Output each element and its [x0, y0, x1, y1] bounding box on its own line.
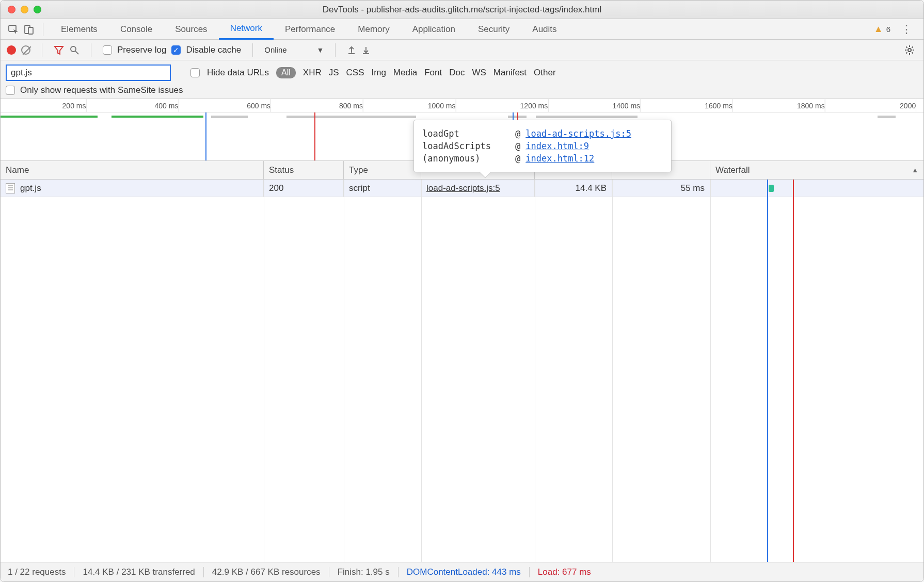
- warnings-badge[interactable]: ▲ 6: [874, 24, 895, 35]
- chevron-down-icon: ▼: [317, 46, 324, 54]
- import-har-icon[interactable]: [347, 45, 356, 55]
- close-window-button[interactable]: [8, 6, 15, 13]
- summary-load: Load: 677 ms: [530, 567, 599, 577]
- timeline-bar: [211, 116, 248, 118]
- window-title: DevTools - publisher-ads-audits.glitch.m…: [7, 5, 917, 15]
- export-har-icon[interactable]: [361, 45, 371, 55]
- th-waterfall[interactable]: Waterfall ▲: [710, 161, 923, 179]
- separator: [91, 43, 91, 57]
- waterfall-bar: [769, 185, 774, 192]
- table-row[interactable]: gpt.js 200 script load-ad-scripts.js:5 1…: [1, 180, 923, 197]
- filter-type-js[interactable]: JS: [329, 68, 339, 78]
- th-type[interactable]: Type: [344, 161, 421, 179]
- tab-memory[interactable]: Memory: [346, 19, 401, 40]
- tab-console[interactable]: Console: [109, 19, 164, 40]
- load-marker: [314, 112, 315, 160]
- preserve-log-checkbox[interactable]: [103, 45, 112, 55]
- titlebar: DevTools - publisher-ads-audits.glitch.m…: [1, 1, 923, 19]
- separator: [43, 23, 43, 36]
- samesite-label: Only show requests with SameSite issues: [20, 85, 183, 95]
- th-status[interactable]: Status: [264, 161, 344, 179]
- timeline-overview[interactable]: 200 ms 400 ms 600 ms 800 ms 1000 ms 1200…: [1, 99, 923, 161]
- stack-fn: loadAdScripts: [422, 141, 510, 151]
- timeline-body[interactable]: loadGpt @ load-ad-scripts.js:5 loadAdScr…: [1, 112, 923, 160]
- dcl-marker: [205, 112, 206, 160]
- inspect-element-icon[interactable]: [6, 22, 21, 37]
- clear-button[interactable]: [21, 45, 30, 55]
- filter-type-all[interactable]: All: [276, 67, 296, 78]
- cell-name[interactable]: gpt.js: [1, 180, 264, 197]
- requests-table: Name Status Type Waterfall ▲ gpt.js 200 …: [1, 161, 923, 562]
- timeline-tick: 200 ms: [62, 102, 86, 110]
- cell-waterfall: [710, 180, 923, 197]
- timeline-bar: [1, 116, 98, 118]
- filter-type-ws[interactable]: WS: [472, 68, 486, 78]
- cell-time: 55 ms: [612, 180, 710, 197]
- tab-sources[interactable]: Sources: [164, 19, 218, 40]
- warning-count: 6: [886, 25, 890, 34]
- tab-performance[interactable]: Performance: [274, 19, 346, 40]
- timeline-tick: 1800 ms: [797, 102, 825, 110]
- separator: [252, 43, 253, 57]
- filter-toggle-icon[interactable]: [54, 45, 64, 55]
- preserve-log-label: Preserve log: [117, 45, 166, 55]
- maximize-window-button[interactable]: [34, 6, 41, 13]
- filter-type-img[interactable]: Img: [372, 68, 386, 78]
- load-line: [793, 180, 794, 197]
- more-menu-icon[interactable]: ⋮: [895, 23, 918, 36]
- filter-type-css[interactable]: CSS: [346, 68, 364, 78]
- search-icon[interactable]: [69, 45, 79, 55]
- filter-type-xhr[interactable]: XHR: [303, 68, 322, 78]
- minimize-window-button[interactable]: [21, 6, 28, 13]
- svg-line-4: [75, 51, 78, 54]
- throttling-value: Online: [264, 45, 286, 54]
- cell-size: 14.4 KB: [535, 180, 612, 197]
- settings-gear-icon[interactable]: [904, 44, 917, 56]
- svg-rect-2: [28, 27, 33, 34]
- timeline-bar: [111, 116, 204, 118]
- cell-initiator[interactable]: load-ad-scripts.js:5: [421, 180, 535, 197]
- filter-type-media[interactable]: Media: [393, 68, 417, 78]
- timeline-tick: 1400 ms: [612, 102, 640, 110]
- throttling-select[interactable]: Online ▼: [264, 45, 324, 54]
- disable-cache-checkbox[interactable]: [171, 45, 181, 55]
- device-toolbar-icon[interactable]: [21, 22, 37, 37]
- tab-security[interactable]: Security: [467, 19, 521, 40]
- table-gridlines: [1, 180, 923, 562]
- tab-elements[interactable]: Elements: [50, 19, 109, 40]
- filter-type-other[interactable]: Other: [534, 68, 556, 78]
- summary-dcl: DOMContentLoaded: 443 ms: [399, 567, 530, 577]
- stack-link[interactable]: load-ad-scripts.js:5: [525, 128, 631, 139]
- th-name[interactable]: Name: [1, 161, 264, 179]
- hide-data-urls-checkbox[interactable]: [190, 68, 200, 77]
- at-symbol: @: [515, 128, 520, 139]
- timeline-bar: [333, 116, 416, 118]
- timeline-ruler: 200 ms 400 ms 600 ms 800 ms 1000 ms 1200…: [1, 99, 923, 112]
- timeline-tick: 1200 ms: [520, 102, 548, 110]
- filter-type-manifest[interactable]: Manifest: [493, 68, 527, 78]
- network-summary-footer: 1 / 22 requests 14.4 KB / 231 KB transfe…: [1, 562, 923, 581]
- tab-application[interactable]: Application: [401, 19, 467, 40]
- disable-cache-label: Disable cache: [186, 45, 241, 55]
- timeline-tick: 1000 ms: [428, 102, 456, 110]
- record-button[interactable]: [7, 45, 16, 55]
- tab-network[interactable]: Network: [219, 19, 274, 40]
- stack-link[interactable]: index.html:12: [525, 153, 594, 164]
- timeline-tick: 800 ms: [339, 102, 363, 110]
- svg-point-7: [908, 48, 911, 52]
- at-symbol: @: [515, 153, 520, 164]
- table-body[interactable]: gpt.js 200 script load-ad-scripts.js:5 1…: [1, 180, 923, 562]
- filter-type-doc[interactable]: Doc: [449, 68, 465, 78]
- window-traffic-lights: [8, 6, 41, 13]
- filter-type-font[interactable]: Font: [424, 68, 442, 78]
- tab-audits[interactable]: Audits: [521, 19, 568, 40]
- samesite-checkbox[interactable]: [6, 86, 15, 95]
- filter-input[interactable]: [6, 64, 171, 81]
- warning-icon: ▲: [874, 24, 883, 35]
- stack-link[interactable]: index.html:9: [525, 141, 589, 151]
- dcl-line: [767, 180, 768, 197]
- stack-fn: (anonymous): [422, 153, 510, 164]
- summary-resources: 42.9 KB / 667 KB resources: [204, 567, 329, 577]
- sort-indicator-icon: ▲: [912, 166, 918, 174]
- summary-transferred: 14.4 KB / 231 KB transferred: [74, 567, 203, 577]
